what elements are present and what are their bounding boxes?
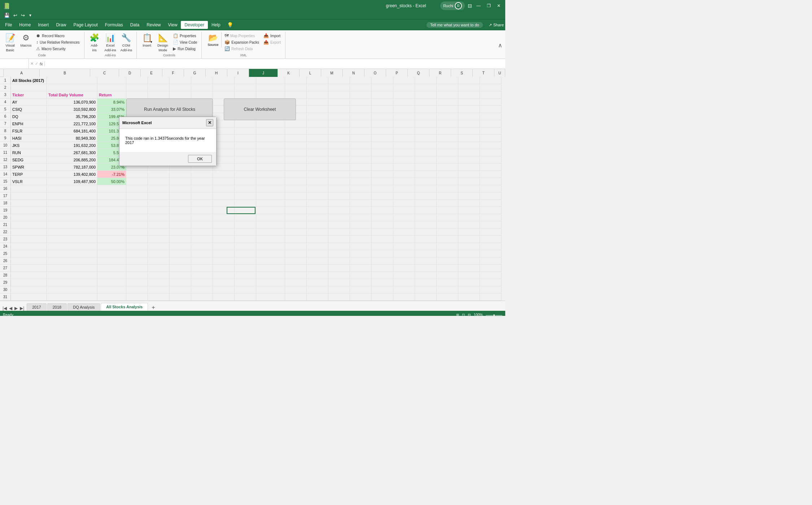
cell-a6[interactable]: DQ <box>11 113 47 120</box>
save-quick-button[interactable]: 💾 <box>3 13 11 18</box>
cell-row21[interactable] <box>307 221 328 228</box>
cell-row17[interactable] <box>285 192 307 200</box>
col-header-i[interactable]: I <box>227 69 249 77</box>
cell-row19[interactable] <box>307 207 328 214</box>
cell-row24[interactable] <box>256 243 285 250</box>
cell-row28[interactable] <box>328 272 350 279</box>
cell-row20[interactable] <box>148 214 170 221</box>
cell-row17[interactable] <box>11 192 47 200</box>
cell-row25[interactable] <box>97 250 126 257</box>
cell-a7[interactable]: ENPH <box>11 120 47 127</box>
cell-row22[interactable] <box>256 228 285 236</box>
cell-row28[interactable] <box>415 272 437 279</box>
cell-row25[interactable] <box>11 250 47 257</box>
cell-row21[interactable] <box>97 221 126 228</box>
cell-row25[interactable] <box>458 250 480 257</box>
cell-m1[interactable] <box>328 77 350 84</box>
cell-row29[interactable] <box>307 279 328 286</box>
cell-row31[interactable] <box>11 293 47 301</box>
cell-row30[interactable] <box>213 286 235 293</box>
cell-row27[interactable] <box>415 265 437 272</box>
cell-row19[interactable] <box>285 207 307 214</box>
cell-row29[interactable] <box>11 279 47 286</box>
cell-row30[interactable] <box>307 286 328 293</box>
row-12[interactable]: 12 <box>0 156 10 164</box>
cell-row16[interactable] <box>480 185 502 192</box>
insert-controls-button[interactable]: 📋 Insert ▼ <box>140 32 154 48</box>
cell-b2[interactable] <box>47 84 97 91</box>
row-17[interactable]: 17 <box>0 192 10 200</box>
cell-row19[interactable] <box>47 207 97 214</box>
col-header-e[interactable]: E <box>141 69 162 77</box>
col-header-c[interactable]: C <box>90 69 119 77</box>
cell-row19[interactable] <box>126 207 148 214</box>
cell-s1[interactable] <box>458 77 480 84</box>
macros-button[interactable]: ⚙ Macros <box>19 32 33 48</box>
menu-file[interactable]: File <box>1 21 16 29</box>
cell-row25[interactable] <box>437 250 458 257</box>
cell-row19[interactable] <box>148 207 170 214</box>
cell-row23[interactable] <box>415 236 437 243</box>
cell-row28[interactable] <box>480 272 502 279</box>
cell-row23[interactable] <box>328 236 350 243</box>
cell-b1[interactable] <box>47 77 97 84</box>
cell-row22[interactable] <box>350 228 372 236</box>
cell-row21[interactable] <box>191 221 213 228</box>
cell-row21[interactable] <box>148 221 170 228</box>
cell-row31[interactable] <box>47 293 97 301</box>
cell-row19[interactable] <box>480 207 502 214</box>
cell-c4[interactable]: 8.94% <box>97 99 126 106</box>
cell-row24[interactable] <box>148 243 170 250</box>
cell-row26[interactable] <box>191 257 213 265</box>
cell-row31[interactable] <box>126 293 148 301</box>
cell-a5[interactable]: CSIQ <box>11 106 47 113</box>
cell-row26[interactable] <box>213 257 235 265</box>
cell-row29[interactable] <box>480 279 502 286</box>
share-button[interactable]: ↗ Share <box>489 23 504 27</box>
cell-row18[interactable] <box>256 200 285 207</box>
cell-row29[interactable] <box>285 279 307 286</box>
menu-data[interactable]: Data <box>127 21 143 29</box>
cell-row23[interactable] <box>170 236 191 243</box>
cell-d2[interactable] <box>126 84 148 91</box>
cell-row23[interactable] <box>307 236 328 243</box>
cell-row19[interactable] <box>437 207 458 214</box>
cell-row18[interactable] <box>11 200 47 207</box>
formula-cancel-icon[interactable]: ✕ <box>30 61 34 66</box>
user-profile[interactable]: Ruchi R <box>440 1 465 10</box>
ribbon-collapse-button[interactable]: ∧ <box>495 32 505 58</box>
cell-row19[interactable] <box>256 207 285 214</box>
cell-row17[interactable] <box>47 192 97 200</box>
row-27[interactable]: 27 <box>0 265 10 272</box>
cell-row26[interactable] <box>458 257 480 265</box>
menu-insert[interactable]: Insert <box>34 21 52 29</box>
cell-c2[interactable] <box>97 84 126 91</box>
row-8[interactable]: 8 <box>0 127 10 135</box>
cell-b13[interactable]: 782,187,000 <box>47 164 97 171</box>
cell-row17[interactable] <box>213 192 235 200</box>
menu-help[interactable]: Help <box>208 21 224 29</box>
cell-row30[interactable] <box>47 286 97 293</box>
sheet-prev-button[interactable]: ◀ <box>8 306 13 311</box>
cell-row26[interactable] <box>97 257 126 265</box>
cell-row18[interactable] <box>213 200 235 207</box>
row-26[interactable]: 26 <box>0 257 10 265</box>
com-add-ins-button[interactable]: 🔧 COM Add-ins <box>119 32 134 53</box>
cell-b15[interactable]: 109,487,900 <box>47 178 97 185</box>
cell-row25[interactable] <box>191 250 213 257</box>
cell-row19[interactable] <box>458 207 480 214</box>
cell-row28[interactable] <box>307 272 328 279</box>
row-2[interactable]: 2 <box>0 84 10 91</box>
cell-row30[interactable] <box>437 286 458 293</box>
cell-row29[interactable] <box>393 279 415 286</box>
cell-row16[interactable] <box>328 185 350 192</box>
cell-a15[interactable]: VSLR <box>11 178 47 185</box>
cell-i1[interactable] <box>235 77 256 84</box>
cell-row31[interactable] <box>235 293 256 301</box>
menu-developer[interactable]: Developer <box>181 21 208 29</box>
cell-row19[interactable] <box>213 207 235 214</box>
cell-row20[interactable] <box>11 214 47 221</box>
cell-row23[interactable] <box>350 236 372 243</box>
cell-b11[interactable]: 267,681,300 <box>47 149 97 156</box>
cell-row31[interactable] <box>415 293 437 301</box>
